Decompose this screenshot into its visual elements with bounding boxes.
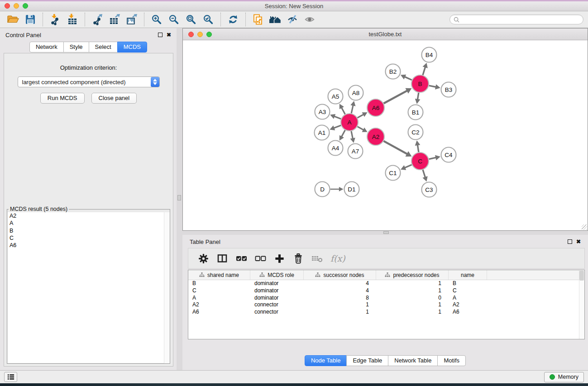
hide-panel-button[interactable] xyxy=(285,12,300,27)
column-header-predecessor-nodes[interactable]: predecessor nodes xyxy=(376,270,449,280)
column-header-successor-nodes[interactable]: successor nodes xyxy=(304,270,376,280)
table-cell[interactable]: B xyxy=(188,280,250,287)
result-item-c[interactable]: C xyxy=(8,234,169,242)
save-session-button[interactable] xyxy=(23,12,38,27)
export-network-button[interactable] xyxy=(90,12,105,27)
vertical-splitter[interactable] xyxy=(177,28,182,370)
float-panel-icon[interactable] xyxy=(568,239,572,244)
splitter-grip[interactable] xyxy=(177,195,181,200)
close-panel-button[interactable]: Close panel xyxy=(91,93,137,104)
tab-mcds[interactable]: MCDS xyxy=(117,42,147,52)
graph-node-A5[interactable]: A5 xyxy=(328,89,343,104)
zoom-in-button[interactable] xyxy=(149,12,164,27)
graph-node-A8[interactable]: A8 xyxy=(349,86,363,100)
table-cell[interactable]: A2 xyxy=(188,301,250,309)
graph-node-C4[interactable]: C4 xyxy=(441,148,456,162)
tab-network-table[interactable]: Network Table xyxy=(388,355,438,366)
export-image-button[interactable] xyxy=(124,12,139,27)
graph-edge-A-A2[interactable] xyxy=(358,127,364,130)
graph-node-A3[interactable]: A3 xyxy=(315,105,330,119)
run-mcds-button[interactable]: Run MCDS xyxy=(40,93,85,104)
table-cell[interactable]: dominator xyxy=(250,295,304,302)
graph-node-A[interactable]: A xyxy=(341,114,358,131)
graph-node-B1[interactable]: B1 xyxy=(408,105,423,120)
function-builder-button[interactable]: f(x) xyxy=(329,253,345,263)
table-cell[interactable]: 0 xyxy=(376,295,449,302)
graph-edge-A-A5[interactable] xyxy=(341,108,345,114)
column-header-mcds-role[interactable]: MCDS role xyxy=(250,270,304,280)
table-cell[interactable]: A xyxy=(449,295,487,302)
graph-node-C1[interactable]: C1 xyxy=(386,166,401,181)
column-header-shared-name[interactable]: shared name xyxy=(188,270,250,280)
graph-node-A2[interactable]: A2 xyxy=(367,128,384,145)
graph-node-A6[interactable]: A6 xyxy=(367,99,384,116)
table-row[interactable]: Bdominator41B xyxy=(188,280,584,287)
show-eye-button[interactable] xyxy=(302,12,317,27)
tab-select[interactable]: Select xyxy=(89,42,118,52)
splitter-grip[interactable] xyxy=(383,231,389,234)
memory-button[interactable]: Memory xyxy=(544,372,584,382)
import-network-button[interactable] xyxy=(48,12,62,27)
graph-edge-C-C1[interactable] xyxy=(405,165,412,168)
graph-edge-A6-B[interactable] xyxy=(384,91,407,103)
graph-edge-C-C4[interactable] xyxy=(429,157,436,159)
network-canvas[interactable]: B4B2BB3A8A5A6A3B1AA1C2A2A4A7C4CC1C3DD1 xyxy=(183,40,588,230)
optimization-dropdown[interactable]: largest connected component (directed) xyxy=(18,76,160,87)
table-cell[interactable]: dominator xyxy=(250,280,304,287)
graph-edge-A-A4[interactable] xyxy=(341,130,345,137)
graph-node-B[interactable]: B xyxy=(411,75,429,92)
float-panel-icon[interactable] xyxy=(158,33,163,37)
home-button[interactable] xyxy=(268,12,282,27)
minimize-window-icon[interactable] xyxy=(14,3,19,9)
table-cell[interactable]: 4 xyxy=(304,280,376,287)
column-header-name[interactable]: name xyxy=(449,270,487,280)
result-item-b[interactable]: B xyxy=(8,227,169,234)
graph-edge-A-A3[interactable] xyxy=(334,116,341,119)
window-titlebar[interactable]: Session: New Session xyxy=(0,1,588,11)
graph-edge-A-A8[interactable] xyxy=(351,105,353,114)
graph-node-C3[interactable]: C3 xyxy=(422,182,437,197)
create-column-button[interactable] xyxy=(272,251,287,266)
table-cell[interactable]: dominator xyxy=(250,287,304,295)
task-history-button[interactable] xyxy=(4,372,17,382)
table-cell[interactable]: 1 xyxy=(376,287,449,295)
graph-node-A4[interactable]: A4 xyxy=(328,141,343,156)
graph-node-B2[interactable]: B2 xyxy=(386,64,401,79)
table-cell[interactable]: A2 xyxy=(449,301,487,309)
zoom-selected-button[interactable] xyxy=(201,12,215,27)
export-table-button[interactable] xyxy=(107,12,122,27)
table-row[interactable]: A2connector11A2 xyxy=(188,301,584,309)
graph-node-C[interactable]: C xyxy=(411,152,429,170)
table-row[interactable]: Adominator80A xyxy=(188,295,584,302)
network-window-titlebar[interactable]: testGlobe.txt xyxy=(183,29,588,40)
graph-edge-A-A6[interactable] xyxy=(358,114,364,118)
table-row[interactable]: Cdominator41C xyxy=(188,287,584,295)
graph-edge-B-B3[interactable] xyxy=(429,86,436,87)
table-settings-button[interactable] xyxy=(196,251,211,266)
table-cell[interactable]: 1 xyxy=(304,309,376,316)
table-cell[interactable]: A6 xyxy=(449,309,487,316)
zoom-out-button[interactable] xyxy=(167,12,181,27)
search-input[interactable] xyxy=(460,16,580,23)
table-cell[interactable]: C xyxy=(188,287,250,295)
zoom-window-icon[interactable] xyxy=(23,3,28,9)
table-cell[interactable]: 4 xyxy=(304,287,376,295)
horizontal-splitter[interactable] xyxy=(182,231,588,235)
graph-node-D1[interactable]: D1 xyxy=(344,182,359,197)
table-cell[interactable]: C xyxy=(449,287,487,295)
table-cell[interactable]: B xyxy=(449,280,487,287)
graph-node-D[interactable]: D xyxy=(315,182,330,197)
result-item-a[interactable]: A xyxy=(8,219,169,227)
result-item-a6[interactable]: A6 xyxy=(8,242,169,249)
result-list-scrollbar[interactable] xyxy=(164,212,170,363)
graph-node-B4[interactable]: B4 xyxy=(422,48,437,62)
table-cell[interactable]: A6 xyxy=(188,309,250,316)
table-cell[interactable]: 8 xyxy=(304,295,376,302)
table-cell[interactable]: 1 xyxy=(304,301,376,309)
graph-edge-A-A1[interactable] xyxy=(334,125,341,128)
network-minimize-icon[interactable] xyxy=(197,32,203,37)
graph-node-A7[interactable]: A7 xyxy=(348,144,363,159)
graph-node-B3[interactable]: B3 xyxy=(441,82,456,97)
graph-node-C2[interactable]: C2 xyxy=(408,125,423,140)
close-panel-icon[interactable]: ✖ xyxy=(167,32,171,38)
